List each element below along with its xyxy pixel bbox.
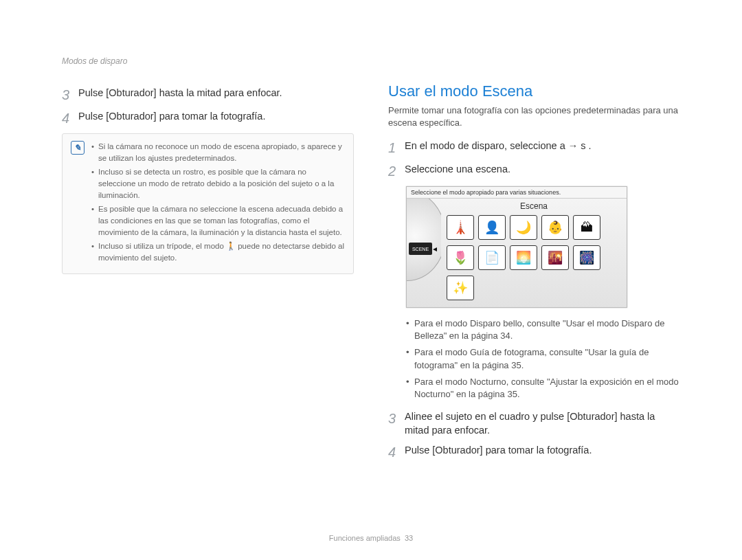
reference-list: Para el modo Disparo bello, consulte "Us… (388, 317, 680, 401)
step-text: En el modo de disparo, seleccione a → s … (405, 139, 592, 153)
step-1-right: 1 En el modo de disparo, seleccione a → … (388, 139, 680, 156)
scene-children-icon: 👶 (541, 215, 569, 240)
step-number: 1 (388, 139, 405, 156)
reference-item: Para el modo Guía de fotograma, consulte… (406, 346, 680, 371)
note-item: Es posible que la cámara no seleccione l… (91, 203, 345, 238)
step-number: 4 (388, 444, 405, 460)
scene-dawn-icon: 🌇 (541, 245, 569, 270)
note-box: ✎ Si la cámara no reconoce un modo de es… (62, 133, 354, 274)
page-footer: Funciones ampliadas 33 (0, 534, 742, 542)
step-2-right: 2 Seleccione una escena. (388, 163, 680, 179)
note-item: Incluso si se detecta un rostro, es posi… (91, 166, 345, 201)
chevron-left-icon: ◂ (433, 244, 437, 254)
scene-portrait-icon: 👤 (478, 215, 506, 240)
dial-circle (407, 199, 441, 281)
reference-item: Para el modo Disparo bello, consulte "Us… (406, 317, 680, 342)
footer-section: Funciones ampliadas (329, 534, 401, 542)
step-text: Pulse [Obturador] para tomar la fotograf… (78, 110, 265, 124)
step-4-left: 4 Pulse [Obturador] para tomar la fotogr… (62, 110, 354, 126)
page-body: 3 Pulse [Obturador] hasta la mitad para … (0, 0, 742, 495)
section-title: Usar el modo Escena (388, 82, 680, 100)
reference-item: Para el modo Nocturno, consulte "Ajustar… (406, 376, 680, 401)
screen-body: SCENE ◂ Escena 🗼 👤 🌙 👶 🏔 🌷 📄 🌅 🌇 (407, 199, 627, 307)
step-text: Seleccione una escena. (405, 163, 510, 177)
section-intro: Permite tomar una fotografía con las opc… (388, 104, 680, 128)
step-number: 3 (388, 410, 405, 427)
scene-text-icon: 📄 (478, 245, 506, 270)
step-4-right: 4 Pulse [Obturador] para tomar la fotogr… (388, 444, 680, 460)
note-item: Si la cámara no reconoce un modo de esce… (91, 141, 345, 164)
scene-closeup-icon: 🌷 (447, 245, 474, 270)
breadcrumb: Modos de disparo (62, 56, 127, 66)
scene-backlight-icon: ✨ (447, 276, 474, 300)
right-column: Usar el modo Escena Permite tomar una fo… (388, 55, 680, 467)
note-item: Incluso si utiliza un trípode, el modo 🚶… (91, 240, 345, 263)
step-text: Alinee el sujeto en el cuadro y pulse [O… (405, 410, 680, 437)
step-text: Pulse [Obturador] hasta la mitad para en… (78, 87, 282, 100)
step-3-right: 3 Alinee el sujeto en el cuadro y pulse … (388, 410, 680, 437)
scene-badge: SCENE (409, 243, 432, 255)
step-3-left: 3 Pulse [Obturador] hasta la mitad para … (62, 87, 354, 103)
step-number: 3 (62, 87, 78, 103)
scene-mountain-icon: 🏔 (573, 215, 600, 240)
scene-sunset-icon: 🌅 (510, 245, 537, 270)
step-number: 2 (388, 163, 405, 179)
step-text: Pulse [Obturador] para tomar la fotograf… (405, 444, 592, 458)
step-number: 4 (62, 110, 78, 126)
screen-title: Escena (447, 201, 621, 211)
note-list: Si la cámara no reconoce un modo de esce… (91, 141, 345, 267)
scene-grid: 🗼 👤 🌙 👶 🏔 🌷 📄 🌅 🌇 🎆 ✨ (447, 215, 621, 300)
left-column: 3 Pulse [Obturador] hasta la mitad para … (62, 55, 354, 467)
screen-main: Escena 🗼 👤 🌙 👶 🏔 🌷 📄 🌅 🌇 🎆 ✨ (441, 199, 627, 307)
scene-landscape-icon: 🗼 (447, 215, 474, 240)
mode-dial: SCENE ◂ (407, 199, 441, 307)
footer-page-number: 33 (405, 534, 413, 542)
scene-night-icon: 🌙 (510, 215, 537, 240)
info-icon: ✎ (71, 141, 85, 155)
camera-screen: Seleccione el modo apropiado para varias… (406, 186, 627, 308)
screen-hint: Seleccione el modo apropiado para varias… (407, 187, 627, 199)
scene-fireworks-icon: 🎆 (573, 245, 600, 270)
